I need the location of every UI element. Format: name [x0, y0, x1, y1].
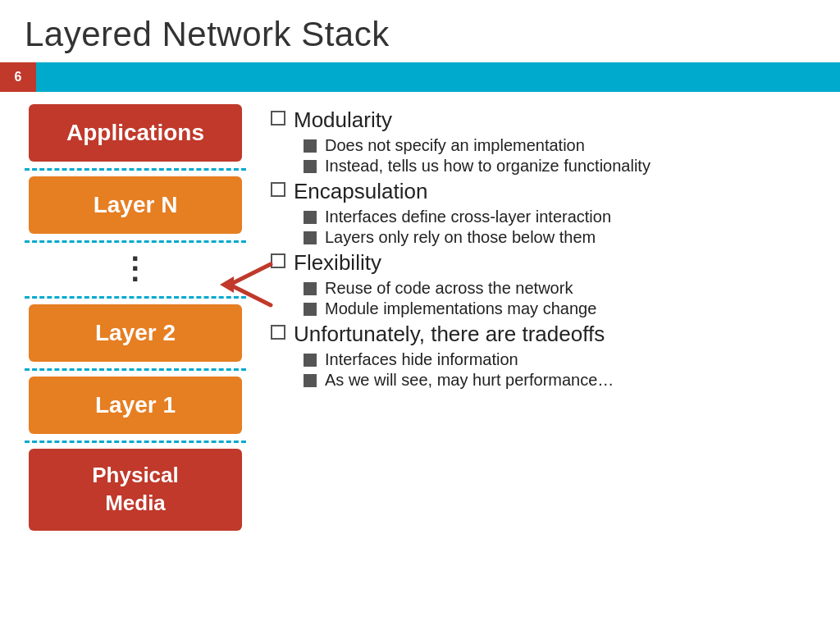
- sub-bullet-modularity-1: Does not specify an implementation: [304, 136, 824, 155]
- sub-bullet-tradeoffs-1: Interfaces hide information: [304, 350, 824, 369]
- dashed-line-4: [25, 368, 246, 371]
- layer-physical-media: Physical Media: [29, 449, 242, 531]
- main-bullet-encapsulation: Encapsulation: [271, 179, 824, 204]
- separator-4: [16, 362, 254, 377]
- sub-bullet-encapsulation-1: Interfaces define cross-layer interactio…: [304, 208, 824, 226]
- sub-checkbox-flexibility-1: [304, 282, 317, 295]
- sub-bullet-flexibility-2: Module implementations may change: [304, 299, 824, 318]
- svg-marker-2: [220, 276, 234, 293]
- sub-text-flexibility-2: Module implementations may change: [325, 299, 596, 318]
- sub-text-encapsulation-1: Interfaces define cross-layer interactio…: [325, 208, 611, 226]
- bullet-list: Modularity Does not specify an implement…: [271, 104, 824, 393]
- slide-title: Layered Network Stack: [0, 0, 840, 62]
- separator-1: [16, 162, 254, 176]
- svg-line-0: [230, 264, 271, 285]
- svg-line-1: [230, 285, 271, 305]
- layer-2: Layer 2: [29, 304, 242, 362]
- main-text-flexibility: Flexibility: [294, 250, 381, 276]
- sub-checkbox-encapsulation-2: [304, 231, 317, 244]
- separator-5: [16, 434, 254, 449]
- slide-number: 6: [0, 62, 36, 92]
- sub-text-modularity-2: Instead, tells us how to organize functi…: [325, 157, 651, 176]
- sub-bullet-tradeoffs-2: As we will see, may hurt performance…: [304, 371, 824, 390]
- dots-area: ⋮: [120, 249, 151, 290]
- vertical-dots: ⋮: [120, 260, 151, 278]
- checkbox-encapsulation: [271, 182, 285, 197]
- dashed-line-1: [25, 168, 246, 171]
- dashed-line-2: [25, 240, 246, 243]
- sub-checkbox-tradeoffs-2: [304, 374, 317, 387]
- sub-bullet-encapsulation-2: Layers only rely on those below them: [304, 228, 824, 247]
- sub-checkbox-tradeoffs-1: [304, 354, 317, 367]
- separator-2: [16, 234, 254, 249]
- section-encapsulation: Encapsulation Interfaces define cross-la…: [271, 179, 824, 247]
- layer-1: Layer 1: [29, 377, 242, 434]
- sub-checkbox-modularity-2: [304, 160, 317, 173]
- slide: Layered Network Stack 6 Applications Lay…: [0, 0, 840, 630]
- layer-applications: Applications: [29, 104, 242, 162]
- section-flexibility: Flexibility Reuse of code across the net…: [271, 250, 824, 318]
- sub-text-encapsulation-2: Layers only rely on those below them: [325, 228, 596, 247]
- sub-checkbox-modularity-1: [304, 139, 317, 153]
- sub-text-tradeoffs-2: As we will see, may hurt performance…: [325, 371, 614, 390]
- main-bullet-tradeoffs: Unfortunately, there are tradeoffs: [271, 322, 824, 347]
- right-column: Modularity Does not specify an implement…: [271, 100, 824, 622]
- main-text-encapsulation: Encapsulation: [294, 179, 427, 204]
- header-bar-accent: [36, 62, 840, 92]
- sub-text-tradeoffs-1: Interfaces hide information: [325, 350, 518, 369]
- main-text-tradeoffs: Unfortunately, there are tradeoffs: [294, 322, 605, 347]
- sub-bullet-modularity-2: Instead, tells us how to organize functi…: [304, 157, 824, 176]
- sub-text-flexibility-1: Reuse of code across the network: [325, 279, 573, 298]
- main-bullet-flexibility: Flexibility: [271, 250, 824, 276]
- sub-text-modularity-1: Does not specify an implementation: [325, 136, 585, 155]
- sub-checkbox-encapsulation-1: [304, 211, 317, 224]
- left-column: Applications Layer N ⋮ Layer 2: [16, 100, 254, 622]
- header-bar: 6: [0, 62, 840, 92]
- checkbox-tradeoffs: [271, 325, 285, 340]
- section-modularity: Modularity Does not specify an implement…: [271, 107, 824, 176]
- sub-bullet-flexibility-1: Reuse of code across the network: [304, 279, 824, 298]
- checkbox-modularity: [271, 111, 285, 126]
- arrow-area: [213, 252, 279, 321]
- section-tradeoffs: Unfortunately, there are tradeoffs Inter…: [271, 322, 824, 390]
- sub-checkbox-flexibility-2: [304, 303, 317, 316]
- layer-n: Layer N: [29, 176, 242, 234]
- main-text-modularity: Modularity: [294, 107, 392, 133]
- encapsulation-arrow-icon: [213, 252, 279, 317]
- main-bullet-modularity: Modularity: [271, 107, 824, 133]
- dashed-line-5: [25, 441, 246, 443]
- slide-content: Applications Layer N ⋮ Layer 2: [0, 92, 840, 630]
